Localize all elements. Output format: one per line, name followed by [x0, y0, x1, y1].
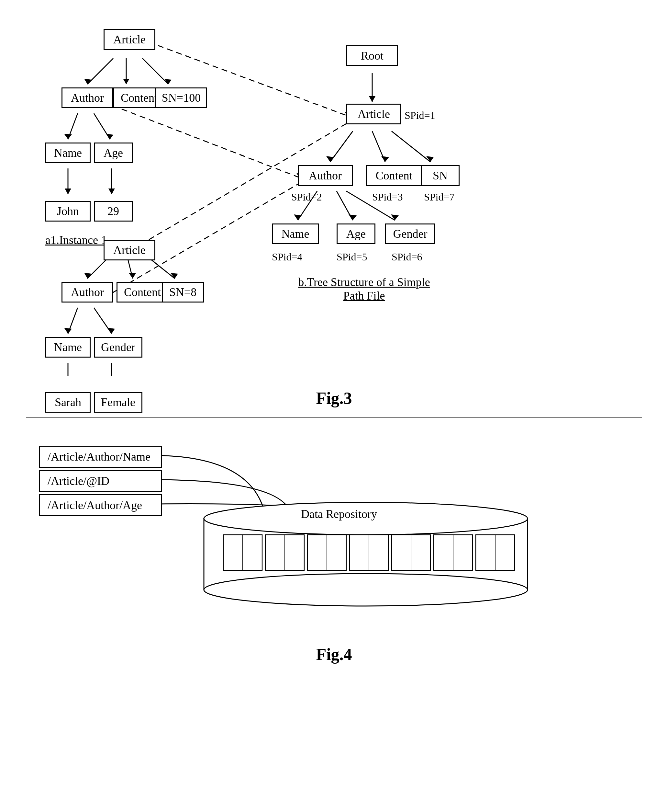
svg-marker-29 — [369, 96, 376, 102]
svg-rect-53 — [204, 519, 528, 590]
fig3-diagram: Article Author Content SN=100 Name Age J… — [26, 19, 642, 376]
svg-line-6 — [68, 113, 78, 139]
b-spid4: SPid=4 — [272, 251, 302, 263]
b-spid7: SPid=7 — [424, 191, 455, 203]
a1-sn100-node: SN=100 — [155, 87, 207, 108]
a2-sarah-node: Sarah — [45, 392, 91, 413]
svg-rect-60 — [392, 535, 431, 570]
instance1-label: a1.Instance 1 — [45, 233, 107, 247]
svg-line-22 — [94, 308, 112, 333]
svg-marker-37 — [294, 214, 302, 220]
svg-marker-21 — [64, 328, 72, 333]
b-spid3: SPid=3 — [372, 191, 403, 203]
a1-john-node: John — [45, 201, 91, 221]
a1-article-node: Article — [104, 29, 155, 50]
svg-marker-31 — [326, 156, 333, 162]
svg-marker-41 — [391, 214, 399, 220]
svg-marker-3 — [123, 79, 129, 84]
b-name-node: Name — [272, 223, 319, 244]
svg-line-38 — [337, 191, 353, 220]
path2-box: /Article/@ID — [39, 470, 162, 492]
svg-rect-58 — [307, 535, 346, 570]
b-spid1: SPid=1 — [404, 109, 435, 121]
a2-sn8-node: SN=8 — [162, 282, 204, 303]
b-spid6: SPid=6 — [392, 251, 423, 263]
svg-marker-17 — [129, 273, 136, 278]
svg-marker-35 — [426, 156, 434, 162]
svg-marker-11 — [65, 189, 71, 194]
svg-marker-51 — [287, 509, 295, 515]
svg-line-30 — [330, 131, 353, 162]
svg-line-20 — [68, 308, 78, 333]
a2-content-node: Content — [117, 282, 168, 303]
svg-marker-7 — [64, 134, 72, 139]
fig4-diagram: /Article/Author/Name /Article/@ID /Artic… — [26, 438, 642, 632]
svg-marker-23 — [107, 328, 115, 333]
a1-name-node: Name — [45, 142, 91, 163]
svg-line-44 — [104, 102, 301, 178]
svg-rect-62 — [476, 535, 514, 570]
svg-marker-5 — [164, 79, 172, 84]
b-spid5: SPid=5 — [337, 251, 367, 263]
b-spid2: SPid=2 — [291, 191, 322, 203]
b-subtitle: b.Tree Structure of a Simple Path File — [291, 275, 437, 303]
svg-marker-13 — [109, 189, 115, 194]
b-age-node: Age — [337, 223, 376, 244]
a2-female-node: Female — [94, 392, 142, 413]
svg-point-55 — [204, 574, 528, 606]
b-root-node: Root — [346, 45, 398, 66]
svg-marker-39 — [349, 214, 357, 220]
a2-article-node: Article — [104, 240, 155, 260]
a2-gender-node: Gender — [94, 337, 142, 358]
svg-line-34 — [392, 131, 431, 162]
svg-line-32 — [372, 131, 385, 162]
a1-29-node: 29 — [94, 201, 133, 221]
svg-line-8 — [94, 113, 110, 139]
svg-line-0 — [87, 58, 113, 84]
b-content-node: Content — [366, 165, 423, 186]
svg-marker-19 — [170, 273, 178, 278]
svg-marker-9 — [106, 134, 113, 139]
a1-age-node: Age — [94, 142, 133, 163]
svg-line-4 — [142, 58, 168, 84]
svg-marker-33 — [381, 156, 389, 162]
a2-author-node: Author — [62, 282, 113, 303]
svg-marker-50 — [262, 509, 269, 515]
fig4-label: Fig.4 — [26, 645, 642, 664]
a1-author-node: Author — [62, 87, 113, 108]
b-article-node: Article — [346, 104, 401, 124]
fig3-svg — [26, 19, 642, 376]
repo-label: Data Repository — [301, 507, 377, 521]
svg-rect-61 — [434, 535, 473, 570]
b-author-node: Author — [298, 165, 353, 186]
b-sn-node: SN — [421, 165, 459, 186]
b-gender-node: Gender — [385, 223, 435, 244]
svg-rect-59 — [349, 535, 388, 570]
path1-box: /Article/Author/Name — [39, 446, 162, 468]
a2-name-node: Name — [45, 337, 91, 358]
path3-box: /Article/Author/Age — [39, 494, 162, 516]
svg-rect-56 — [223, 535, 262, 570]
svg-rect-57 — [266, 535, 304, 570]
svg-marker-15 — [84, 273, 91, 278]
svg-marker-1 — [84, 79, 91, 84]
